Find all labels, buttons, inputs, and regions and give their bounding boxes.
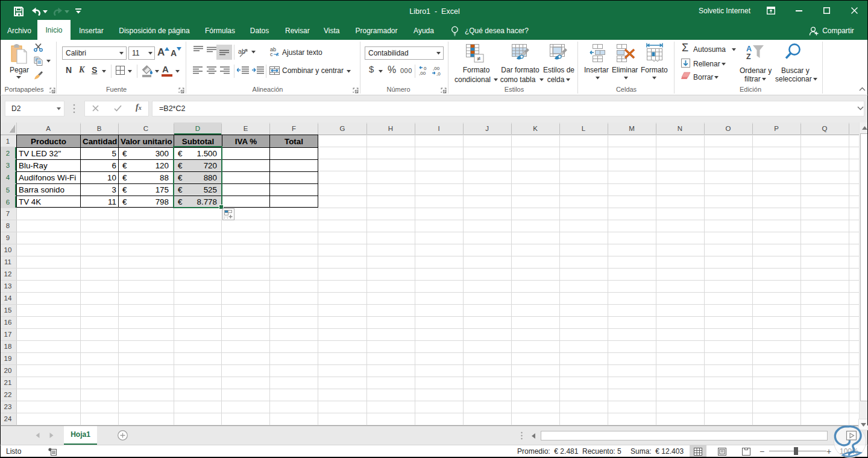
svg-text:Z: Z bbox=[746, 52, 751, 60]
svg-text:ab: ab bbox=[238, 48, 245, 55]
svg-text:c: c bbox=[270, 51, 273, 57]
svg-text:,0: ,0 bbox=[436, 71, 441, 76]
svg-text:≠: ≠ bbox=[477, 55, 480, 62]
svg-text:,00: ,00 bbox=[433, 66, 440, 71]
svg-text:,00: ,00 bbox=[419, 71, 426, 76]
svg-text:A: A bbox=[746, 45, 752, 53]
